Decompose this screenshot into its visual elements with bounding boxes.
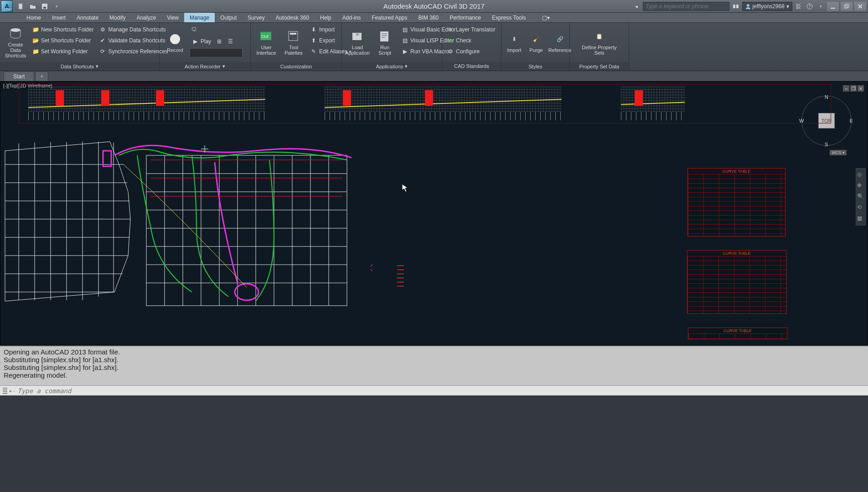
- macro-icon: ▶: [401, 48, 408, 55]
- define-property-sets-button[interactable]: 📋Define Property Sets: [573, 25, 626, 60]
- help-search-input[interactable]: [643, 2, 729, 11]
- database-icon: [8, 26, 23, 41]
- help-dropdown[interactable]: [816, 2, 825, 11]
- record-button[interactable]: Record: [162, 25, 188, 60]
- macro-combo[interactable]: [190, 48, 243, 57]
- small-label: Define Property Sets: [576, 45, 622, 56]
- insert-message-button[interactable]: 🗨: [190, 25, 199, 35]
- load-application-button[interactable]: LoadApplication: [345, 25, 370, 60]
- panel-title: Styles: [501, 62, 569, 71]
- tab-start[interactable]: Start: [4, 72, 34, 81]
- ribbon-tab-analyze[interactable]: Analyze: [131, 13, 161, 22]
- zoom-icon[interactable]: 🔍: [857, 193, 864, 200]
- list-icon: ☰: [227, 38, 234, 45]
- ribbon-tab-insert[interactable]: Insert: [46, 13, 71, 22]
- ribbon-tab-add-ins[interactable]: Add-ins: [337, 13, 367, 22]
- tool-palettes-button[interactable]: ToolPalettes: [281, 25, 306, 60]
- orbit-icon[interactable]: ⟲: [857, 204, 864, 211]
- tab-new[interactable]: +: [35, 72, 48, 81]
- close-button[interactable]: [854, 2, 866, 11]
- panel-expand-caret-icon: ▾: [222, 63, 225, 69]
- import-styles-button[interactable]: ⬇Import: [504, 25, 524, 60]
- command-input[interactable]: [17, 387, 865, 395]
- compass-s[interactable]: S: [825, 142, 828, 147]
- panel-title[interactable]: Action Recorder▾: [160, 62, 250, 71]
- vp-restore-icon[interactable]: ❐: [850, 85, 857, 92]
- compass-e[interactable]: E: [850, 118, 853, 123]
- cursor-icon: [402, 184, 409, 194]
- small-label: Set Shortcuts Folder: [41, 37, 91, 44]
- ribbon-tab-performance[interactable]: Performance: [444, 13, 486, 22]
- check-icon: ✔: [447, 37, 454, 44]
- ribbon-tab-annotate[interactable]: Annotate: [71, 13, 104, 22]
- save-icon[interactable]: [40, 2, 49, 11]
- vp-minimize-icon[interactable]: ‒: [843, 85, 849, 92]
- ribbon-tab-output[interactable]: Output: [215, 13, 242, 22]
- search-handle-icon[interactable]: ◂: [632, 2, 641, 11]
- reference-styles-button[interactable]: 🔗Reference: [548, 25, 572, 60]
- ribbon-tab-express-tools[interactable]: Express Tools: [486, 13, 531, 22]
- folder-plus-icon: 📁: [32, 26, 39, 33]
- configure-standards-button[interactable]: ⚙Configure: [445, 46, 497, 56]
- user-dropdown-caret: ▾: [786, 3, 789, 10]
- infocenter-icon[interactable]: [731, 2, 740, 11]
- minimize-button[interactable]: [827, 2, 839, 11]
- open-icon[interactable]: [28, 2, 37, 11]
- palettes-label: ToolPalettes: [284, 45, 303, 56]
- layer-translator-button[interactable]: ≡Layer Translator: [445, 25, 497, 35]
- ribbon-tab-survey[interactable]: Survey: [242, 13, 270, 22]
- new-shortcuts-folder-button[interactable]: 📁New Shortcuts Folder: [30, 25, 95, 35]
- manage-data-shortcuts-button[interactable]: ⚙Manage Data Shortcuts: [97, 25, 170, 35]
- steering-wheel-icon[interactable]: ◎: [857, 171, 864, 179]
- profile-view-2: [325, 87, 562, 112]
- curve-table-1: CURVE TABLE: [687, 168, 785, 236]
- cmd-grip-icon[interactable]: [3, 388, 7, 394]
- ribbon-tab-home[interactable]: Home: [21, 13, 46, 22]
- panel-styles: ⬇Import 🧹Purge 🔗Reference Styles: [501, 23, 570, 71]
- small-label: New Shortcuts Folder: [41, 26, 93, 33]
- signed-in-user[interactable]: jefflyons2968 ▾: [742, 2, 793, 11]
- preference-button[interactable]: ⊞: [215, 36, 224, 46]
- ribbon-tab-modify[interactable]: Modify: [104, 13, 131, 22]
- create-data-shortcuts-button[interactable]: Create DataShortcuts: [3, 25, 28, 60]
- command-history[interactable]: ✕ 🔧 Opening an AutoCAD 2013 format file.…: [0, 346, 868, 385]
- small-label: Reference: [548, 47, 572, 53]
- small-label: Check: [456, 37, 471, 44]
- new-icon[interactable]: [16, 2, 26, 11]
- check-standards-button[interactable]: ✔Check: [445, 36, 497, 46]
- qat-customize-dropdown[interactable]: [52, 2, 61, 11]
- pref-icon: ⊞: [216, 38, 223, 45]
- synchronize-references-button[interactable]: ⟳Synchronize References: [97, 46, 170, 56]
- svg-rect-21: [103, 151, 111, 166]
- validate-data-shortcuts-button[interactable]: ✔Validate Data Shortcuts: [97, 36, 170, 46]
- ribbon-tab-manage[interactable]: Manage: [184, 13, 215, 22]
- cycle-icon: ▢▾: [542, 15, 550, 21]
- command-history-text: Opening an AutoCAD 2013 format file. Sub…: [4, 348, 864, 379]
- ribbon-cycle-button[interactable]: ▢▾: [537, 13, 555, 22]
- showmotion-icon[interactable]: ▦: [857, 215, 864, 222]
- ribbon-tab-help[interactable]: Help: [315, 13, 337, 22]
- manage-macros-button[interactable]: ☰: [226, 36, 235, 46]
- ribbon-tab-featured-apps[interactable]: Featured Apps: [366, 13, 413, 22]
- play-button[interactable]: ▶Play: [190, 36, 213, 46]
- exchange-apps-icon[interactable]: [794, 2, 803, 11]
- set-shortcuts-folder-button[interactable]: 📂Set Shortcuts Folder: [30, 36, 95, 46]
- run-script-button[interactable]: RunScript: [372, 25, 398, 60]
- model-viewport[interactable]: [-][Top][2D Wireframe] ‒ ❐ ✕ TOP N E S W…: [0, 81, 868, 345]
- ribbon-tab-view[interactable]: View: [161, 13, 184, 22]
- pan-icon[interactable]: ✥: [857, 182, 864, 190]
- vp-close-icon[interactable]: ✕: [858, 85, 864, 92]
- ucs-selector[interactable]: WCS ▾: [830, 150, 847, 155]
- panel-title[interactable]: Data Shortcuts▾: [0, 62, 159, 71]
- ribbon-tab-bim-360[interactable]: BIM 360: [413, 13, 444, 22]
- restore-button[interactable]: [841, 2, 852, 11]
- help-icon[interactable]: ?: [805, 2, 814, 11]
- user-interface-button[interactable]: CUI UserInterface: [253, 25, 279, 60]
- small-label: Import: [319, 26, 335, 33]
- set-working-folder-button[interactable]: 📁Set Working Folder: [30, 46, 95, 56]
- ribbon-tab-autodesk-360[interactable]: Autodesk 360: [270, 13, 315, 22]
- purge-styles-button[interactable]: 🧹Purge: [526, 25, 546, 60]
- panel-title[interactable]: Applications▾: [342, 62, 442, 71]
- profile-view-1: [28, 87, 265, 112]
- load-app-label: LoadApplication: [345, 45, 370, 56]
